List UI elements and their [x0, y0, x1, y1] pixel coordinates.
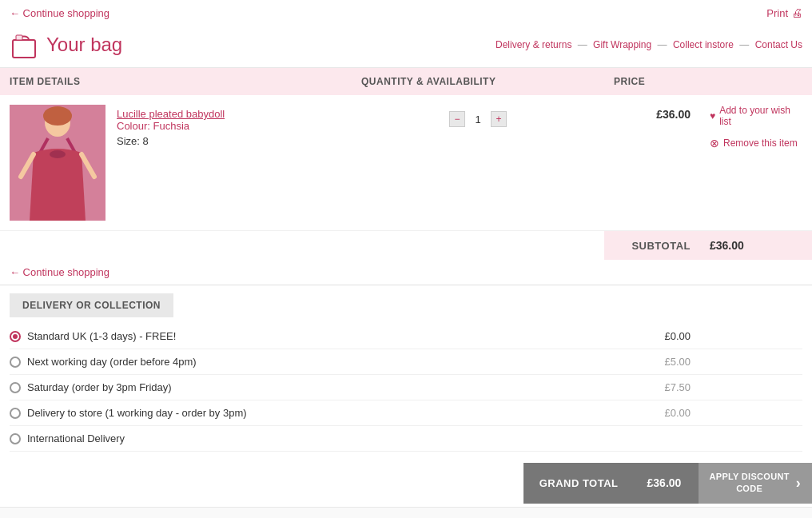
delivery-price-nextday: £5.00 [664, 356, 691, 368]
delivery-label-store: Delivery to store (1 working day - order… [27, 407, 247, 419]
item-colour: Colour: Fuchsia [117, 120, 225, 132]
heart-icon: ♥ [710, 110, 715, 122]
delivery-option-saturday: Saturday (order by 3pm Friday) £7.50 [10, 375, 802, 400]
delivery-options-list: Standard UK (1-3 days) - FREE! £0.00 Nex… [10, 324, 802, 452]
delivery-option-international: International Delivery [10, 426, 802, 452]
cart-table: ITEM DETAILS QUANTITY & AVAILABILITY PRI… [0, 68, 812, 260]
grand-total-row: GRAND TOTAL £36.00 APPLY DISCOUNT CODE › [0, 463, 812, 504]
continue-shopping-top[interactable]: ← Continue shopping [10, 7, 109, 19]
item-name[interactable]: Lucille pleated babydoll [117, 108, 225, 120]
qty-cell: − 1 + [352, 95, 604, 231]
svg-rect-1 [16, 35, 22, 40]
delivery-label-nextday: Next working day (order before 4pm) [27, 356, 197, 368]
page-title: Your bag [46, 34, 122, 56]
add-to-wishlist-link[interactable]: ♥ Add to your wish list [710, 105, 802, 127]
top-bar: ← Continue shopping Print 🖨 [0, 0, 812, 26]
col-item-header: ITEM DETAILS [0, 68, 352, 95]
qty-increase-button[interactable]: + [491, 111, 507, 127]
col-action-header [700, 68, 812, 95]
subtotal-label-cell: SUBTOTAL [604, 231, 700, 261]
svg-point-7 [50, 150, 66, 158]
grand-total-amount: £36.00 [635, 463, 699, 504]
print-label: Print [766, 7, 788, 19]
delivery-section-header: DELIVERY OR COLLECTION [10, 293, 173, 317]
checkout-area: VeriSignTrusted BouxAvenue.com is secure… [0, 507, 812, 518]
continue-shopping-bottom[interactable]: ← Continue shopping [10, 266, 109, 278]
delivery-returns-link[interactable]: Delivery & returns [496, 39, 571, 50]
print-link[interactable]: Print 🖨 [766, 6, 802, 19]
delivery-price-standard: £0.00 [664, 330, 691, 342]
wishlist-label: Add to your wish list [719, 105, 802, 127]
delivery-radio-international[interactable] [10, 433, 21, 444]
grand-total-label: GRAND TOTAL [523, 463, 635, 504]
svg-point-4 [43, 106, 72, 126]
delivery-radio-nextday[interactable] [10, 357, 21, 368]
collect-instore-link[interactable]: Collect instore [673, 39, 734, 50]
remove-label: Remove this item [723, 137, 798, 149]
gift-wrapping-link[interactable]: Gift Wrapping [593, 39, 651, 50]
qty-decrease-button[interactable]: − [449, 111, 465, 127]
bottom-continue-area: ← Continue shopping [0, 260, 812, 285]
remove-icon: ⊗ [710, 137, 719, 149]
delivery-option-store: Delivery to store (1 working day - order… [10, 400, 802, 426]
discount-label: APPLY DISCOUNT CODE [710, 471, 790, 496]
contact-us-link[interactable]: Contact Us [755, 39, 802, 50]
apply-discount-button[interactable]: APPLY DISCOUNT CODE › [699, 463, 812, 504]
bag-icon [10, 30, 38, 59]
delivery-price-store: £0.00 [664, 407, 691, 419]
delivery-label-international: International Delivery [27, 432, 125, 444]
subtotal-row: SUBTOTAL £36.00 [0, 231, 812, 261]
item-image [10, 105, 105, 221]
table-row: Lucille pleated babydoll Colour: Fuchsia… [0, 95, 812, 231]
delivery-option-nextday: Next working day (order before 4pm) £5.0… [10, 349, 802, 375]
delivery-label-standard: Standard UK (1-3 days) - FREE! [27, 330, 176, 342]
product-image-svg [10, 105, 105, 221]
delivery-label-saturday: Saturday (order by 3pm Friday) [27, 381, 172, 393]
item-action-cell: ♥ Add to your wish list ⊗ Remove this it… [700, 95, 812, 231]
delivery-price-saturday: £7.50 [664, 381, 691, 393]
bag-header: Your bag Delivery & returns — Gift Wrapp… [0, 26, 812, 68]
col-price-header: PRICE [604, 68, 700, 95]
print-icon: 🖨 [791, 6, 802, 19]
item-size: Size: 8 [117, 135, 225, 147]
delivery-section: DELIVERY OR COLLECTION Standard UK (1-3 … [0, 285, 812, 460]
svg-rect-0 [13, 40, 35, 58]
delivery-radio-saturday[interactable] [10, 382, 21, 393]
item-price-cell: £36.00 [604, 95, 700, 231]
delivery-radio-standard[interactable] [10, 331, 21, 342]
item-details-cell: Lucille pleated babydoll Colour: Fuchsia… [0, 95, 352, 231]
bag-title-area: Your bag [10, 30, 122, 59]
subtotal-amount-cell: £36.00 [700, 231, 812, 261]
remove-item-link[interactable]: ⊗ Remove this item [710, 137, 798, 149]
delivery-option-standard: Standard UK (1-3 days) - FREE! £0.00 [10, 324, 802, 349]
discount-arrow-icon: › [796, 473, 801, 493]
qty-control: − 1 + [361, 111, 595, 127]
item-info: Lucille pleated babydoll Colour: Fuchsia… [105, 105, 225, 147]
qty-value: 1 [470, 114, 486, 126]
cart-header-row: ITEM DETAILS QUANTITY & AVAILABILITY PRI… [0, 68, 812, 95]
col-qty-header: QUANTITY & AVAILABILITY [352, 68, 604, 95]
delivery-radio-store[interactable] [10, 408, 21, 419]
header-links: Delivery & returns — Gift Wrapping — Col… [496, 39, 802, 50]
subtotal-spacer-cell [0, 231, 604, 261]
